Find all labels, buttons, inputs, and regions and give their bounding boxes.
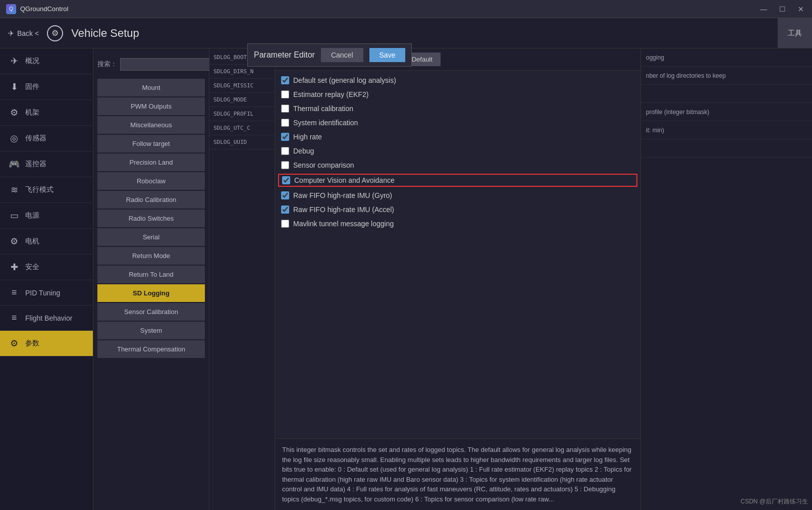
checkbox-row-rawfifoimuaccel: Raw FIFO high-rate IMU (Accel) (281, 204, 634, 215)
back-button[interactable]: ✈ Back < (8, 29, 39, 37)
title-bar-controls[interactable]: — ☐ ✕ (758, 4, 806, 14)
param-key-3[interactable]: SDLOG_MODE (209, 93, 275, 107)
checkbox-estimatorreplay[interactable] (281, 90, 289, 98)
sidebar-icon-flightmodes: ≋ (8, 184, 20, 195)
back-label: Back < (17, 29, 39, 37)
sidebar-item-radio[interactable]: 🎮 遥控器 (0, 151, 93, 177)
nav-item-returnmode[interactable]: Return Mode (97, 247, 205, 265)
nav-item-returnttoland[interactable]: Return To Land (97, 266, 205, 283)
checkbox-debug[interactable] (281, 147, 289, 155)
sidebar-item-sensors[interactable]: ◎ 传感器 (0, 126, 93, 151)
sidebar-item-overview[interactable]: ✈ 概况 (0, 48, 93, 74)
tools-button[interactable]: 工具 (778, 18, 812, 48)
checkbox-row-highrate: High rate (281, 131, 634, 142)
sidebar-item-flightmodes[interactable]: ≋ 飞行模式 (0, 177, 93, 203)
nav-item-radiocalibration[interactable]: Radio Calibration (97, 191, 205, 209)
checkbox-defaultset[interactable] (281, 76, 289, 84)
checkbox-row-rawfifoimugyro: Raw FIFO high-rate IMU (Gyro) (281, 190, 634, 201)
checkbox-row-estimatorreplay: Estimator replay (EKF2) (281, 89, 634, 100)
desc-item-5 (641, 139, 812, 158)
checkbox-computervision[interactable] (282, 176, 290, 184)
app-title: QGroundControl (20, 5, 68, 13)
checkbox-row-computervision: Computer Vision and Avoidance (278, 174, 637, 187)
param-key-2[interactable]: SDLOG_MISSIC (209, 79, 275, 93)
checkbox-rawfifoimuaccel[interactable] (281, 206, 289, 214)
sidebar-label-flightmodes: 飞行模式 (25, 185, 53, 194)
sidebar-icon-airframe: ⚙ (8, 107, 20, 118)
sidebar-icon-params: ⚙ (8, 338, 20, 349)
nav-item-radioswitches[interactable]: Radio Switches (97, 210, 205, 227)
param-key-4[interactable]: SDLOG_PROFIL (209, 107, 275, 121)
sidebar-icon-overview: ✈ (8, 56, 20, 67)
nav-item-sensorcalibration[interactable]: Sensor Calibration (97, 303, 205, 321)
sidebar-label-firmware: 固件 (25, 82, 39, 91)
header: ✈ Back < ⚙ Vehicle Setup Parameter Edito… (0, 18, 812, 48)
desc-item-4: it: min) (641, 121, 812, 139)
checkbox-label-computervision: Computer Vision and Avoidance (294, 176, 395, 184)
watermark: CSDN @后厂村路练习生 (740, 497, 808, 506)
sidebar-item-flightbehavior[interactable]: ≡ Flight Behavior (0, 305, 93, 331)
sidebar-item-safety[interactable]: ✚ 安全 (0, 254, 93, 280)
desc-item-3: profile (integer bitmask) (641, 103, 812, 121)
search-input[interactable] (120, 58, 214, 71)
close-button[interactable]: ✕ (796, 4, 806, 14)
param-key-1[interactable]: SDLOG_DIRS_N (209, 65, 275, 79)
sidebar-item-power[interactable]: ▭ 电源 (0, 203, 93, 229)
nav-item-followtarget[interactable]: Follow target (97, 135, 205, 152)
sidebar-label-radio: 遥控器 (25, 160, 46, 169)
param-key-5[interactable]: SDLOG_UTC_C (209, 121, 275, 135)
save-button[interactable]: Save (369, 48, 406, 62)
sidebar-icon-flightbehavior: ≡ (8, 313, 20, 323)
app-icon: Q (6, 4, 16, 14)
checkbox-row-mavlinktunnel: Mavlink tunnel message logging (281, 218, 634, 229)
checkbox-label-rawfifoimuaccel: Raw FIFO high-rate IMU (Accel) (293, 206, 394, 214)
sidebar-item-motors[interactable]: ⚙ 电机 (0, 229, 93, 254)
sidebar-label-power: 电源 (25, 211, 39, 220)
checkbox-label-mavlinktunnel: Mavlink tunnel message logging (293, 220, 394, 228)
sidebar-item-params[interactable]: ⚙ 参数 (0, 331, 93, 356)
desc-item-2 (641, 85, 812, 103)
sidebar-label-params: 参数 (25, 339, 39, 348)
sidebar: ✈ 概况 ⬇ 固件 ⚙ 机架 ◎ 传感器 🎮 遥控器 ≋ 飞行模式 ▭ 电源 ⚙… (0, 48, 93, 510)
description-text: This integer bitmask controls the set an… (282, 446, 632, 503)
cancel-button[interactable]: Cancel (321, 48, 363, 62)
checkbox-label-sysidentification: System identification (293, 119, 358, 127)
sidebar-icon-motors: ⚙ (8, 236, 20, 247)
sidebar-label-pidtuning: PID Tuning (25, 289, 60, 297)
params-column: SDLOG_BOOT_SDLOG_DIRS_NSDLOG_MISSICSDLOG… (209, 48, 275, 510)
nav-item-mount[interactable]: Mount (97, 79, 205, 96)
search-row: 搜索： 清除 (97, 54, 205, 75)
main-layout: ✈ 概况 ⬇ 固件 ⚙ 机架 ◎ 传感器 🎮 遥控器 ≋ 飞行模式 ▭ 电源 ⚙… (0, 48, 812, 510)
minimize-button[interactable]: — (758, 4, 769, 14)
checkbox-sysidentification[interactable] (281, 119, 289, 127)
sidebar-item-pidtuning[interactable]: ≡ PID Tuning (0, 280, 93, 305)
checkbox-rawfifoimugyro[interactable] (281, 191, 289, 199)
checkbox-sensorcomparison[interactable] (281, 161, 289, 169)
sidebar-label-sensors: 传感器 (25, 134, 46, 143)
description-area: This integer bitmask controls the set an… (275, 438, 640, 510)
sidebar-item-firmware[interactable]: ⬇ 固件 (0, 74, 93, 100)
nav-item-roboclaw[interactable]: Roboclaw (97, 172, 205, 190)
setup-gear-icon: ⚙ (47, 25, 63, 41)
param-key-6[interactable]: SDLOG_UUID (209, 135, 275, 149)
sidebar-item-airframe[interactable]: ⚙ 机架 (0, 100, 93, 126)
sidebar-icon-radio: 🎮 (8, 159, 20, 170)
checkbox-row-sysidentification: System identification (281, 117, 634, 128)
nav-item-thermalcompensation[interactable]: Thermal Compensation (97, 340, 205, 358)
sidebar-label-motors: 电机 (25, 237, 39, 246)
sidebar-label-overview: 概况 (25, 57, 39, 66)
sidebar-label-safety: 安全 (25, 263, 39, 272)
checkbox-row-thermalcalib: Thermal calibration (281, 103, 634, 114)
sidebar-icon-firmware: ⬇ (8, 81, 20, 92)
nav-item-precisionland[interactable]: Precision Land (97, 154, 205, 171)
nav-item-system[interactable]: System (97, 322, 205, 339)
nav-item-serial[interactable]: Serial (97, 228, 205, 246)
nav-item-miscellaneous[interactable]: Miscellaneous (97, 116, 205, 134)
checkbox-highrate[interactable] (281, 133, 289, 141)
desc-item-1: nber of log directories to keep (641, 67, 812, 85)
nav-item-sdlogging[interactable]: SD Logging (97, 284, 205, 302)
checkbox-mavlinktunnel[interactable] (281, 220, 289, 228)
nav-item-pwmoutputs[interactable]: PWM Outputs (97, 97, 205, 115)
maximize-button[interactable]: ☐ (777, 4, 788, 14)
checkbox-thermalcalib[interactable] (281, 105, 289, 113)
